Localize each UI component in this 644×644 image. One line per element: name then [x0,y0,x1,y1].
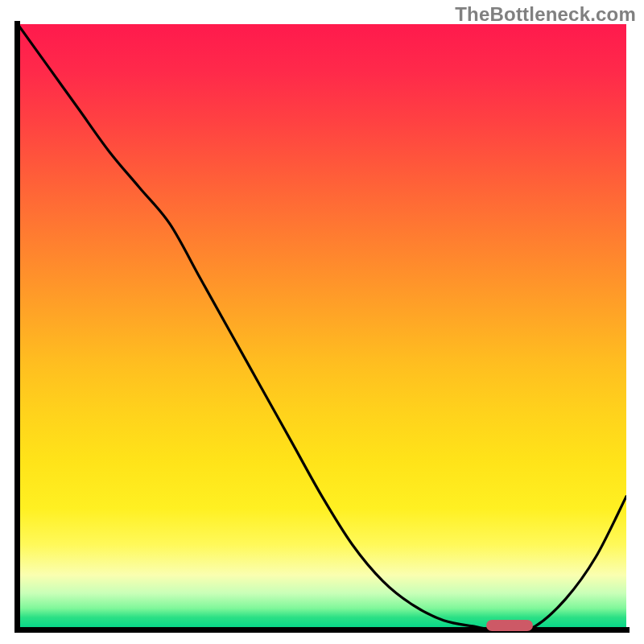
optimal-range-marker [486,620,533,631]
bottleneck-chart: TheBottleneck.com [0,0,644,644]
curve-path [18,24,626,630]
watermark-text: TheBottleneck.com [455,3,636,26]
bottleneck-curve [18,24,626,630]
